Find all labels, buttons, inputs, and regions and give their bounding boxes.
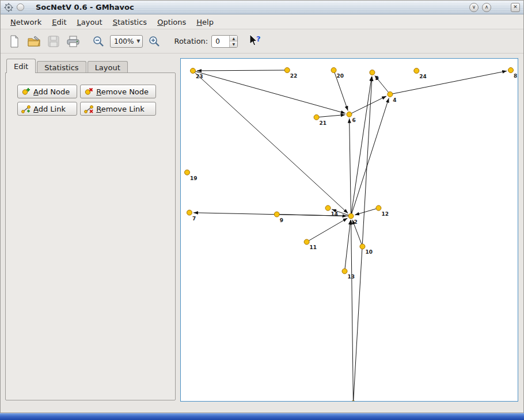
tab-layout[interactable]: Layout bbox=[88, 61, 128, 73]
add-link-button[interactable]: Add Link bbox=[17, 102, 77, 116]
menu-network[interactable]: Network bbox=[5, 16, 47, 28]
graph-node bbox=[348, 213, 354, 219]
add-node-icon bbox=[21, 87, 31, 96]
side-panel: Edit Statistics Layout Add Node bbox=[5, 59, 176, 400]
maximize-button[interactable]: ∧ bbox=[482, 3, 491, 12]
graph-node-label: 20 bbox=[337, 73, 344, 79]
graph-node-label: 23 bbox=[196, 74, 203, 79]
graph-node bbox=[508, 67, 514, 72]
graph-node bbox=[376, 205, 381, 211]
remove-link-label: Remove Link bbox=[96, 105, 145, 113]
graph-node-label: 10 bbox=[365, 249, 372, 255]
add-node-button[interactable]: Add Node bbox=[17, 85, 77, 98]
toolbar: 100% ▼ Rotation: 0 ▲ ▼ ? bbox=[1, 29, 523, 54]
graph-node-label: 19 bbox=[190, 175, 197, 181]
graph-svg: 123467891011121314192021222324 bbox=[181, 59, 518, 401]
remove-node-icon bbox=[84, 87, 93, 96]
graph-canvas[interactable]: 123467891011121314192021222324 bbox=[180, 58, 518, 402]
menu-statistics[interactable]: Statistics bbox=[108, 16, 152, 28]
svg-text:?: ? bbox=[256, 35, 261, 43]
graph-node bbox=[187, 210, 192, 215]
add-node-label: Add Node bbox=[33, 87, 70, 96]
whats-this-icon[interactable]: ? bbox=[248, 34, 262, 49]
remove-node-label: Remove Node bbox=[96, 87, 149, 96]
graph-node bbox=[190, 68, 195, 73]
graph-node-label: 3 bbox=[375, 75, 378, 81]
zoom-select[interactable]: 100% ▼ bbox=[110, 35, 143, 48]
menu-options[interactable]: Options bbox=[152, 16, 191, 28]
graph-node bbox=[314, 114, 319, 120]
zoom-select-value: 100% bbox=[114, 37, 134, 45]
remove-link-button[interactable]: Remove Link bbox=[80, 102, 156, 116]
graph-node-label: 9 bbox=[280, 217, 283, 223]
graph-node-label: 22 bbox=[290, 73, 297, 79]
tab-edit[interactable]: Edit bbox=[6, 59, 36, 73]
rotation-spin-buttons: ▲ ▼ bbox=[229, 36, 237, 47]
graph-node bbox=[360, 244, 365, 249]
tab-statistics[interactable]: Statistics bbox=[37, 61, 86, 73]
graph-node bbox=[347, 112, 352, 117]
graph-node bbox=[388, 91, 393, 97]
add-link-icon bbox=[21, 104, 31, 113]
graph-node-label: 2 bbox=[354, 219, 357, 225]
window-title: SocNetV 0.6 - GMhavoc bbox=[36, 3, 134, 12]
menubar: Network Edit Layout Statistics Options H… bbox=[1, 15, 523, 29]
graph-node-label: 6 bbox=[352, 117, 355, 123]
graph-node bbox=[184, 170, 189, 175]
edit-tab-frame: Add Node Remove Node bbox=[5, 72, 176, 400]
new-file-icon[interactable] bbox=[6, 33, 22, 49]
close-button[interactable]: ✕ bbox=[511, 3, 520, 12]
pin-button[interactable] bbox=[17, 3, 24, 11]
minimize-button[interactable]: ∨ bbox=[469, 3, 479, 12]
open-file-icon[interactable] bbox=[26, 33, 42, 49]
app-window: SocNetV 0.6 - GMhavoc ∨ ∧ ✕ Network Edit… bbox=[0, 0, 524, 413]
chevron-down-icon: ▼ bbox=[136, 39, 140, 44]
graph-node-label: 11 bbox=[310, 245, 317, 250]
graph-node-label: 21 bbox=[320, 120, 326, 126]
add-link-label: Add Link bbox=[33, 105, 66, 113]
app-icon bbox=[4, 3, 13, 12]
edit-buttons: Add Node Remove Node bbox=[17, 85, 175, 116]
save-file-icon[interactable] bbox=[45, 33, 62, 49]
graph-node bbox=[331, 67, 336, 72]
spin-down-icon[interactable]: ▼ bbox=[230, 41, 237, 47]
graph-node-label: 4 bbox=[393, 97, 396, 103]
menu-layout[interactable]: Layout bbox=[71, 16, 107, 28]
remove-link-icon bbox=[84, 104, 93, 113]
graph-node-label: 8 bbox=[514, 73, 517, 79]
graph-node bbox=[325, 205, 331, 211]
menu-help[interactable]: Help bbox=[191, 16, 219, 28]
graph-node bbox=[414, 68, 419, 73]
graph-node-label: 14 bbox=[331, 211, 338, 217]
graph-node-label: 13 bbox=[348, 274, 355, 280]
graph-node-label: 12 bbox=[381, 211, 388, 217]
rotation-label: Rotation: bbox=[174, 37, 208, 45]
graph-node bbox=[284, 67, 290, 72]
rotation-spinbox[interactable]: 0 ▲ ▼ bbox=[211, 35, 238, 48]
zoom-in-icon[interactable] bbox=[146, 33, 162, 49]
graph-node bbox=[274, 212, 279, 217]
titlebar: SocNetV 0.6 - GMhavoc ∨ ∧ ✕ bbox=[1, 1, 523, 14]
graph-node-label: 24 bbox=[419, 74, 426, 79]
panel-tabs: Edit Statistics Layout bbox=[5, 59, 176, 73]
taskbar-strip[interactable] bbox=[0, 413, 524, 420]
print-icon[interactable] bbox=[65, 33, 81, 49]
remove-node-button[interactable]: Remove Node bbox=[80, 85, 156, 98]
graph-node bbox=[304, 239, 309, 245]
menu-edit[interactable]: Edit bbox=[47, 16, 71, 28]
rotation-value: 0 bbox=[212, 36, 229, 47]
graph-node-label: 7 bbox=[192, 216, 196, 222]
graph-node bbox=[342, 269, 347, 274]
zoom-out-icon[interactable] bbox=[90, 33, 107, 49]
graph-node bbox=[370, 70, 375, 75]
spin-up-icon[interactable]: ▲ bbox=[230, 36, 237, 41]
